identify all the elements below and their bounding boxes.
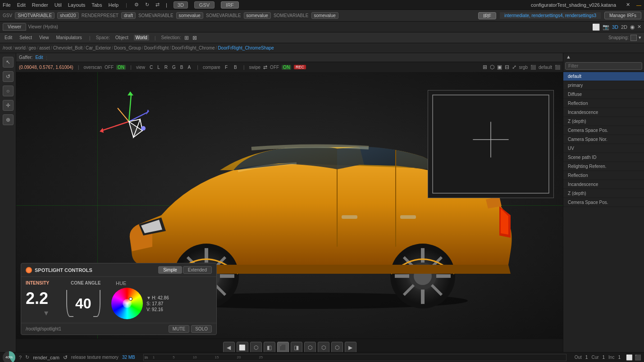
solo-button[interactable]: SOLO xyxy=(191,325,212,333)
preset-icon[interactable]: ⬛ xyxy=(555,65,560,70)
compare-b-btn[interactable]: B xyxy=(232,64,239,70)
breadcrumb-bolt[interactable]: Chevrolet_Bolt xyxy=(53,45,83,50)
toolbar-3d-btn[interactable]: 3D xyxy=(174,1,188,9)
rp-item-primary[interactable]: primary xyxy=(563,81,644,90)
menu-help[interactable]: Help xyxy=(108,2,119,8)
view2d-label[interactable]: 2D xyxy=(621,24,627,30)
expand-icon[interactable]: ⤢ xyxy=(512,64,516,70)
snapping-chevron[interactable]: ▾ xyxy=(639,35,641,41)
draft-value[interactable]: draft xyxy=(121,12,136,19)
minimize-view-icon[interactable]: ✕ xyxy=(637,24,641,30)
crop-icon[interactable]: ▣ xyxy=(497,64,502,70)
view-r-btn[interactable]: R xyxy=(163,64,169,70)
rp-item-diffuse[interactable]: Diffuse xyxy=(563,90,644,99)
rp-item-uv[interactable]: UV xyxy=(563,144,644,153)
cone-control[interactable]: 40 xyxy=(66,290,111,317)
selection-icon1[interactable]: ⊞ xyxy=(184,35,189,41)
translate-tool-button[interactable]: ✛ xyxy=(3,100,14,111)
somevalue3[interactable]: somevalue xyxy=(311,12,338,19)
timeline-icon[interactable]: | xyxy=(166,2,167,8)
rp-item-zdepth[interactable]: Z (depth) xyxy=(563,117,644,126)
menu-render[interactable]: Render xyxy=(32,2,48,8)
color-wheel[interactable] xyxy=(111,288,143,319)
frame-icon[interactable]: ⬡ xyxy=(490,64,494,70)
shot-value[interactable]: shot020 xyxy=(57,12,79,19)
rp-item-reflection2[interactable]: Reflection xyxy=(563,171,644,180)
rp-item-zdepth2[interactable]: Z (depth) xyxy=(563,189,644,198)
rotate-tool-button[interactable]: ↺ xyxy=(3,71,14,82)
release-texture-icon[interactable]: ↺ xyxy=(63,354,68,361)
intensity-down-arrow[interactable]: ▾ xyxy=(26,308,66,318)
view-a-btn[interactable]: A xyxy=(186,64,192,70)
selection-icon2[interactable]: ⊠ xyxy=(192,35,197,41)
view3d-label[interactable]: 3D xyxy=(612,24,618,30)
rp-item-incandescence2[interactable]: Incandescence xyxy=(563,180,644,189)
breadcrumb-exterior[interactable]: Car_Exterior xyxy=(86,45,111,50)
breadcrumb-doorfr[interactable]: DoorFrRight xyxy=(144,45,169,50)
breadcrumb-chrome[interactable]: DoorFrRight_Chrome xyxy=(172,45,215,50)
anchor-tool-button[interactable]: ⊕ xyxy=(3,114,14,125)
breadcrumb-chromeshape[interactable]: DoorFrRight_ChromeShape xyxy=(218,45,274,50)
object-tab[interactable]: Object xyxy=(114,35,130,41)
scroll-up-arrow[interactable]: ▲ xyxy=(564,54,573,59)
manage-irf-button[interactable]: Manage IRFs xyxy=(604,12,641,19)
somevalue2[interactable]: somevalue xyxy=(244,12,271,19)
simple-tab[interactable]: Simple xyxy=(158,266,182,274)
filter-input[interactable] xyxy=(565,62,642,70)
refresh-icon[interactable]: ↻ xyxy=(145,2,149,8)
overscan-off[interactable]: OFF xyxy=(105,65,114,70)
select-tab[interactable]: Select xyxy=(18,35,34,41)
toolbar-gsv-btn[interactable]: GSV xyxy=(194,1,215,9)
viewer-tab[interactable]: Viewer xyxy=(3,23,26,31)
edit-tab[interactable]: Edit xyxy=(3,35,14,41)
view-g-btn[interactable]: G xyxy=(170,64,178,70)
select-tool-button[interactable]: ↖ xyxy=(3,57,14,68)
menu-tabs[interactable]: Tabs xyxy=(91,2,102,8)
layout-icon[interactable]: ⊟ xyxy=(505,64,509,70)
breadcrumb-asset[interactable]: asset xyxy=(39,45,50,50)
hue-down-arrow[interactable]: ▼ xyxy=(146,295,151,300)
gaffer-edit-button[interactable]: Edit xyxy=(35,55,43,60)
rp-item-default[interactable]: default xyxy=(563,72,644,81)
breadcrumb-root[interactable]: /root xyxy=(3,45,12,50)
lut-icon[interactable]: ⬛ xyxy=(530,65,536,70)
rp-item-reflection[interactable]: Reflection xyxy=(563,99,644,108)
menu-file[interactable]: File xyxy=(3,2,11,8)
refresh-icon-status[interactable]: ↻ xyxy=(25,354,29,360)
settings-icon[interactable]: ⚙ xyxy=(134,2,139,8)
rp-item-camspace-pos[interactable]: Cemera Space Pos. xyxy=(563,126,644,135)
menu-layouts[interactable]: Layouts xyxy=(68,2,86,8)
scale-tool-button[interactable]: ○ xyxy=(3,86,14,96)
world-tab[interactable]: World xyxy=(134,35,149,41)
camera-icon[interactable]: 📷 xyxy=(603,24,609,30)
rec-button[interactable]: REC xyxy=(294,65,306,69)
mute-button[interactable]: MUTE xyxy=(169,325,189,333)
view-tab[interactable]: View xyxy=(37,35,51,41)
swipe-off[interactable]: OFF xyxy=(270,65,279,70)
rp-item-relighting[interactable]: Relighting Referen. xyxy=(563,162,644,171)
rp-item-camspace-nor[interactable]: Camera Space Nor. xyxy=(563,135,644,144)
help-icon[interactable]: ? xyxy=(19,355,22,360)
intensity-value[interactable]: 2.2 ▾ xyxy=(26,289,66,318)
viewport-icon[interactable]: ◉ xyxy=(630,24,635,30)
toolbar-irf-btn[interactable]: IRF xyxy=(221,1,239,9)
swipe-on[interactable]: ON xyxy=(282,65,291,70)
status-icon2[interactable]: ⬛ xyxy=(635,354,641,361)
view-l-btn[interactable]: L xyxy=(155,64,162,70)
close-button[interactable]: ✕ xyxy=(626,2,630,8)
loop-icon[interactable]: ⇄ xyxy=(155,2,160,8)
somevalue1[interactable]: somevalue xyxy=(176,12,203,19)
breadcrumb-world[interactable]: world xyxy=(15,45,26,50)
status-icon1[interactable]: ⬜ xyxy=(626,354,633,361)
menu-edit[interactable]: Edit xyxy=(17,2,26,8)
view-b-btn[interactable]: B xyxy=(178,64,185,70)
monitor-icon[interactable]: ⬜ xyxy=(592,23,600,31)
extended-tab[interactable]: Extended xyxy=(183,266,212,274)
manipulators-tab[interactable]: Manipulators xyxy=(55,35,84,41)
breadcrumb-doors[interactable]: Doors_Group xyxy=(114,45,141,50)
grid-icon[interactable]: ⊞ xyxy=(483,64,487,70)
rp-item-incandescence[interactable]: Incandescence xyxy=(563,108,644,117)
menu-util[interactable]: Util xyxy=(55,2,62,8)
view-c-btn[interactable]: C xyxy=(148,64,155,70)
compare-f-btn[interactable]: F xyxy=(223,64,229,70)
